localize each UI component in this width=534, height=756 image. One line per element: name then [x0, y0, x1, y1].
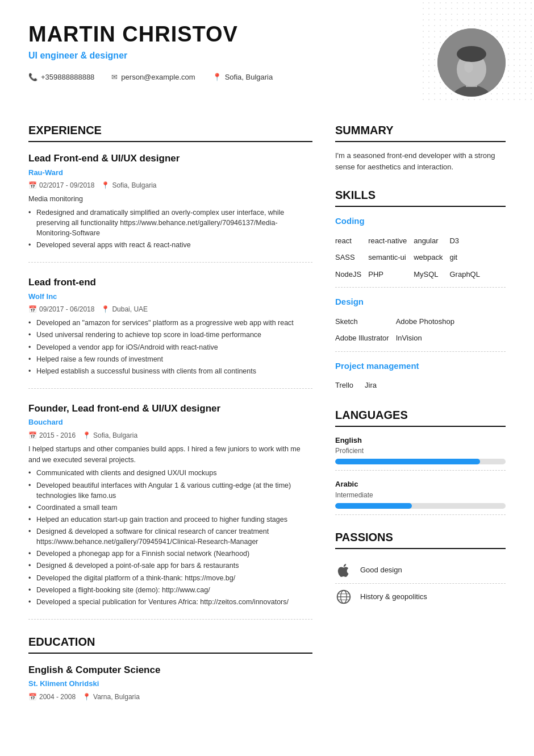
- edu-meta-1: 📅 2004 - 2008 📍 Varna, Bulgaria: [28, 692, 312, 702]
- exp-meta-3: 📅 2015 - 2016 📍 Sofia, Bulgaria: [28, 430, 312, 441]
- skill-webpack: webpack: [414, 250, 443, 265]
- design-skills-grid: Sketch Adobe Photoshop Adobe Illustrator…: [335, 314, 506, 346]
- passion-label-design: Good design: [360, 564, 402, 576]
- passion-history: History & geopolitics: [335, 584, 506, 610]
- languages-section-title: LANGUAGES: [335, 406, 506, 427]
- svg-point-6: [464, 61, 473, 73]
- location-icon-3: 📍: [82, 430, 91, 441]
- skill-semantic-ui: semantic-ui: [368, 250, 407, 265]
- skill-invision: InVision: [396, 331, 454, 346]
- coding-skills-grid: react react-native angular D3 SASS seman…: [335, 234, 506, 282]
- design-category-label: Design: [335, 296, 506, 309]
- calendar-icon-2: 📅: [28, 304, 37, 314]
- bullet-2-2: Developed a vendor app for iOS/Android w…: [28, 342, 312, 352]
- lang-name-english: English: [335, 435, 506, 446]
- exp-meta-2: 📅 09/2017 - 06/2018 📍 Dubai, UAE: [28, 304, 312, 314]
- skill-react-native: react-native: [368, 234, 407, 248]
- bullet-3-8: Developed a flight-booking site (demo): …: [28, 585, 312, 595]
- pm-skills-grid: Trello Jira: [335, 378, 506, 393]
- skill-sketch: Sketch: [335, 314, 389, 329]
- bullet-3-6: Designed & developed a point-of-sale app…: [28, 560, 312, 571]
- exp-bullets-1: Redesigned and dramatically simplified a…: [28, 207, 312, 251]
- candidate-title: UI engineer & designer: [28, 49, 420, 63]
- skill-angular: angular: [414, 234, 443, 248]
- edu-degree-1: English & Computer Science: [28, 663, 312, 678]
- job-title-1: Lead Front-end & UI/UX designer: [28, 151, 312, 166]
- bullet-3-9: Developed a special publication for Vent…: [28, 597, 312, 607]
- right-column: SUMMARY I'm a seasoned front-end develop…: [335, 108, 506, 733]
- lang-bar-bg-english: [335, 459, 506, 464]
- exp-location-2: 📍 Dubai, UAE: [101, 304, 148, 314]
- experience-item-3: Founder, Lead front-end & UI/UX designer…: [28, 401, 312, 620]
- experience-item-2: Lead front-end Wolf Inc 📅 09/2017 - 06/2…: [28, 275, 312, 389]
- bullet-3-1: Developed beautiful interfaces with Angu…: [28, 480, 312, 501]
- company-2: Wolf Inc: [28, 291, 312, 302]
- skill-git: git: [449, 250, 479, 265]
- bullet-2-4: Helped establish a successful business w…: [28, 366, 312, 376]
- bullet-3-0: Communicated with clients and designed U…: [28, 468, 312, 478]
- education-item-1: English & Computer Science St. Kliment O…: [28, 663, 312, 702]
- bullet-3-4: Designed & developed a software for clin…: [28, 526, 312, 547]
- summary-section-title: SUMMARY: [335, 122, 506, 142]
- lang-level-english: Proficient: [335, 446, 506, 456]
- location-contact: 📍 Sofia, Bulgaria: [212, 72, 273, 83]
- exp-bullets-3: Communicated with clients and designed U…: [28, 468, 312, 607]
- experience-section-title: EXPERIENCE: [28, 122, 312, 142]
- skill-graphql: GraphQL: [449, 267, 479, 282]
- location-value: Sofia, Bulgaria: [225, 72, 273, 83]
- skill-photoshop: Adobe Photoshop: [396, 314, 454, 329]
- passion-good-design: Good design: [335, 557, 506, 584]
- skill-illustrator: Adobe Illustrator: [335, 331, 389, 346]
- passions-section-title: PASSIONS: [335, 529, 506, 549]
- skills-divider-1: [335, 287, 506, 288]
- skill-sass: SASS: [335, 250, 361, 265]
- exp-dates-1: 📅 02/2017 - 09/2018: [28, 180, 94, 190]
- skill-trello: Trello: [335, 378, 353, 393]
- phone-contact: 📞 +359888888888: [28, 72, 94, 83]
- location-icon-edu: 📍: [82, 692, 91, 702]
- skill-jira: Jira: [365, 378, 377, 393]
- company-1: Rau-Ward: [28, 167, 312, 178]
- coding-category-label: Coding: [335, 215, 506, 228]
- skill-d3: D3: [449, 234, 479, 248]
- calendar-icon-1: 📅: [28, 180, 37, 190]
- bullet-3-2: Coordinated a small team: [28, 502, 312, 513]
- resume-header: MARTIN CHRISTOV UI engineer & designer 📞…: [0, 0, 534, 108]
- header-left: MARTIN CHRISTOV UI engineer & designer 📞…: [28, 23, 420, 82]
- resume-page: MARTIN CHRISTOV UI engineer & designer 📞…: [0, 0, 534, 756]
- summary-text: I'm a seasoned front-end developer with …: [335, 150, 506, 173]
- exp-location-3: 📍 Sofia, Bulgaria: [82, 430, 137, 441]
- job-title-3: Founder, Lead front-end & UI/UX designer: [28, 401, 312, 416]
- left-column: EXPERIENCE Lead Front-end & UI/UX design…: [28, 108, 312, 733]
- contact-info: 📞 +359888888888 ✉ person@example.com 📍 S…: [28, 72, 420, 83]
- candidate-name: MARTIN CHRISTOV: [28, 23, 420, 47]
- profile-photo-svg: [437, 28, 506, 97]
- skill-php: PHP: [368, 267, 407, 282]
- skill-mysql: MySQL: [414, 267, 443, 282]
- language-english: English Proficient: [335, 435, 506, 471]
- edu-school-1: St. Kliment Ohridski: [28, 678, 312, 689]
- lang-bar-fill-english: [335, 459, 480, 464]
- location-icon: 📍: [212, 72, 222, 83]
- skills-section-title: SKILLS: [335, 186, 506, 207]
- pm-category-label: Project management: [335, 360, 506, 373]
- bullet-2-3: Helped raise a few rounds of investment: [28, 354, 312, 364]
- lang-bar-fill-arabic: [335, 503, 412, 509]
- lang-name-arabic: Arabic: [335, 479, 506, 490]
- experience-item-1: Lead Front-end & UI/UX designer Rau-Ward…: [28, 151, 312, 263]
- email-icon: ✉: [111, 72, 118, 83]
- bullet-3-7: Developed the digital platform of a thin…: [28, 573, 312, 583]
- svg-point-5: [457, 46, 486, 62]
- bullet-2-1: Used universal rendering to achieve top …: [28, 330, 312, 340]
- skill-nodejs: NodeJS: [335, 267, 361, 282]
- edu-location-1: 📍 Varna, Bulgaria: [82, 692, 140, 702]
- phone-icon: 📞: [28, 72, 37, 83]
- exp-meta-1: 📅 02/2017 - 09/2018 📍 Sofia, Bulgaria: [28, 180, 312, 190]
- exp-description-3: I helped startups and other companies bu…: [28, 444, 312, 466]
- phone-value: +359888888888: [41, 72, 94, 83]
- company-3: Bouchard: [28, 417, 312, 428]
- bullet-2-0: Developed an "amazon for services" platf…: [28, 318, 312, 328]
- location-icon-2: 📍: [101, 304, 110, 314]
- globe-icon: [335, 588, 352, 605]
- passion-label-history: History & geopolitics: [360, 591, 427, 603]
